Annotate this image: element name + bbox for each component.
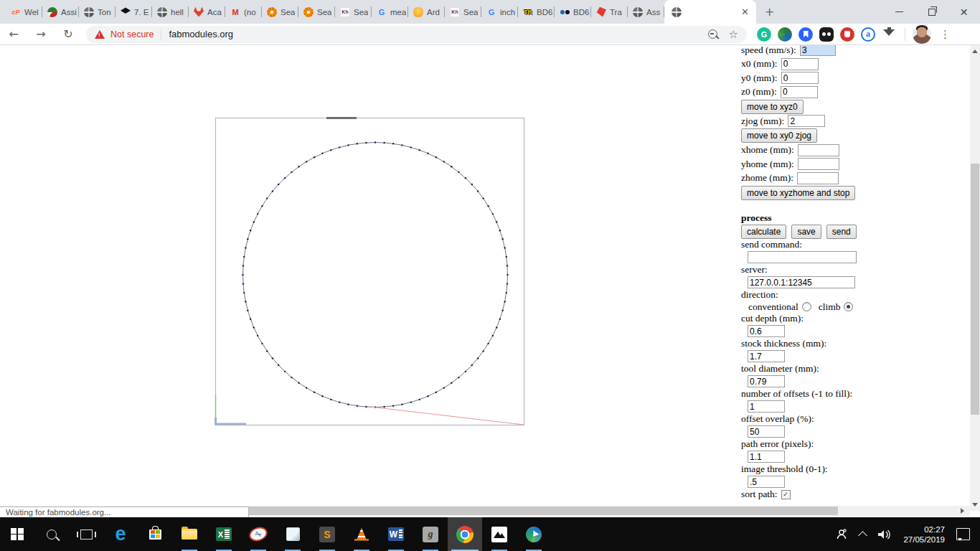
action-center-icon[interactable] (956, 528, 970, 540)
scroll-up-icon[interactable] (970, 45, 980, 57)
xhome-input[interactable] (798, 144, 839, 156)
omnibox-divider (161, 29, 161, 40)
send-button[interactable]: send (826, 225, 857, 239)
zhome-input[interactable] (797, 172, 839, 184)
search-taskbar-button[interactable] (34, 517, 69, 551)
close-window-button[interactable]: ✕ (948, 0, 980, 24)
tab-8[interactable]: Sea (262, 0, 298, 24)
back-icon[interactable]: ← (0, 27, 27, 41)
move-to-xyzhome-button[interactable]: move to xyzhome and stop (741, 186, 855, 200)
bookmark-star-icon[interactable]: ☆ (729, 28, 738, 41)
image-threshold-input[interactable]: .5 (748, 476, 785, 488)
zjog-input[interactable]: 2 (788, 115, 825, 127)
tray-chevron-up-icon[interactable] (859, 531, 868, 540)
direction-conventional-radio[interactable] (802, 302, 811, 311)
move-to-xy0-zjog-button[interactable]: move to xy0 zjog (741, 128, 817, 143)
taskbar-clock[interactable]: 02:27 27/05/2019 (903, 524, 945, 545)
number-of-offsets-input[interactable]: 1 (748, 400, 785, 413)
reload-icon[interactable]: ↻ (55, 27, 82, 41)
scroll-down-icon[interactable] (970, 499, 980, 511)
tab-10[interactable]: KhSea (335, 0, 372, 24)
start-taskbar-button[interactable] (0, 517, 34, 551)
file-explorer-taskbar-button[interactable] (172, 517, 207, 551)
forward-icon[interactable]: → (27, 27, 55, 41)
tool-diameter-input[interactable]: 0.79 (748, 375, 785, 387)
snipping-tool-taskbar-button[interactable]: ✂ (241, 517, 275, 551)
grammarly-extension-icon[interactable]: G (757, 27, 771, 42)
tab-9[interactable]: Sea (298, 0, 335, 24)
dark-dots-extension-icon[interactable] (819, 27, 834, 42)
sort-path-checkbox[interactable]: ✓ (781, 490, 791, 499)
volume-icon[interactable] (877, 529, 892, 540)
idm-extension-icon[interactable] (778, 27, 792, 42)
browser-menu-icon[interactable]: ⋮ (940, 28, 951, 41)
tab-11[interactable]: Gmea (372, 0, 408, 24)
z0-input[interactable]: 0 (781, 86, 818, 98)
tr-icon: TR (523, 7, 533, 17)
tab-3[interactable]: Ton (79, 0, 116, 24)
abbr-a-extension-icon[interactable]: a (861, 27, 875, 42)
not-secure-warning-icon[interactable] (95, 30, 105, 39)
tab-6[interactable]: Aca (189, 0, 225, 24)
desktop: cPWelAssiTon7. EhellAcaM(noSeaSeaKhSeaGm… (0, 0, 980, 551)
restore-button[interactable] (915, 0, 948, 24)
tab-2[interactable]: Assi (42, 0, 79, 24)
tab-4[interactable]: 7. E (116, 0, 152, 24)
tab-1[interactable]: cPWel (6, 0, 42, 24)
tab-17[interactable]: Tra (591, 0, 628, 24)
people-icon[interactable] (835, 528, 848, 541)
process-title: process (741, 212, 867, 224)
cut-depth-input[interactable]: 0.6 (748, 325, 785, 337)
bookmark-extension-icon[interactable] (798, 27, 813, 42)
minimize-button[interactable] (883, 0, 915, 24)
server-input[interactable]: 127.0.0.1:12345 (748, 276, 855, 288)
zoom-out-icon[interactable] (708, 29, 717, 39)
close-tab-icon[interactable]: ✕ (741, 6, 749, 17)
browser-tab-bar: cPWelAssiTon7. EhellAcaM(noSeaSeaKhSeaGm… (0, 0, 980, 24)
word-taskbar-button[interactable]: W (379, 517, 413, 551)
y0-input[interactable]: 0 (781, 72, 819, 84)
notepad-taskbar-button[interactable] (275, 517, 310, 551)
vertical-scroll-thumb[interactable] (971, 164, 979, 415)
store-taskbar-button[interactable] (138, 517, 172, 551)
chrome-taskbar-button[interactable] (448, 517, 482, 551)
tab-14[interactable]: Ginch (481, 0, 518, 24)
save-button[interactable]: save (791, 225, 821, 239)
move-to-xyz0-button[interactable]: move to xyz0 (741, 100, 804, 114)
tab-16[interactable]: BD6 (555, 0, 591, 24)
tab-7[interactable]: M(no (225, 0, 262, 24)
tab-15[interactable]: TRBD6 (518, 0, 555, 24)
idm-taskbar-button[interactable] (517, 517, 551, 551)
new-tab-button[interactable]: + (765, 5, 774, 19)
direction-climb-radio[interactable] (844, 302, 853, 311)
task-view-taskbar-button[interactable] (69, 517, 103, 551)
excel-taskbar-button[interactable]: X (207, 517, 241, 551)
stop-hand-extension-icon[interactable] (840, 27, 854, 42)
tab-12[interactable]: Ard (408, 0, 445, 24)
not-secure-label[interactable]: Not secure (110, 29, 154, 39)
download-arrow-extension-icon[interactable] (882, 27, 896, 42)
vlc-taskbar-button[interactable] (344, 517, 379, 551)
calculate-button[interactable]: calculate (741, 225, 786, 239)
send-command-input[interactable] (748, 251, 857, 263)
edge-taskbar-button[interactable]: e (103, 517, 138, 551)
vertical-scrollbar[interactable] (970, 45, 980, 511)
stock-thickness-input[interactable]: 1.7 (748, 350, 785, 362)
scroll-right-icon[interactable] (957, 506, 969, 516)
path-error-input[interactable]: 1.1 (748, 451, 785, 463)
profile-avatar[interactable] (913, 25, 931, 44)
speed-input[interactable]: 3 (800, 45, 836, 56)
yhome-input[interactable] (798, 158, 839, 170)
offset-overlap-input[interactable]: 50 (748, 425, 785, 438)
x0-input[interactable]: 0 (781, 58, 819, 70)
tab-18[interactable]: Ass (628, 0, 664, 24)
photos-taskbar-button[interactable] (482, 517, 517, 551)
address-bar[interactable]: Not secure fabmodules.org ☆ (86, 26, 747, 43)
tab-5[interactable]: hell (152, 0, 189, 24)
tab-title: Sea (317, 8, 331, 17)
active-tab[interactable]: ✕ (664, 0, 756, 24)
sublime-text-taskbar-button[interactable]: S (310, 517, 344, 551)
tab-13[interactable]: KhSea (445, 0, 481, 24)
url-text[interactable]: fabmodules.org (169, 29, 707, 39)
utility-app-taskbar-button[interactable]: g (413, 517, 448, 551)
